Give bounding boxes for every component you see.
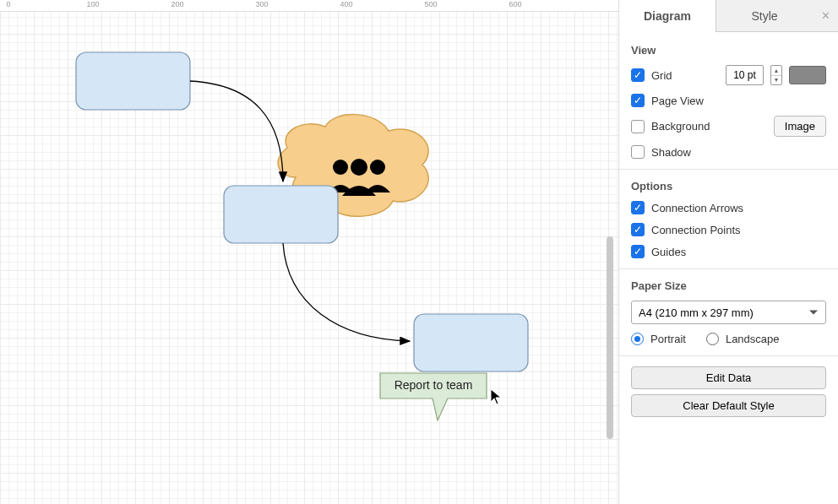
- section-options-title: Options: [631, 180, 826, 192]
- stepper-down-icon[interactable]: ▼: [771, 76, 781, 85]
- svg-point-0: [333, 160, 348, 175]
- divider: [619, 268, 838, 269]
- section-paper-title: Paper Size: [631, 279, 826, 292]
- tabs: Diagram Style ✕: [619, 0, 838, 32]
- edge-1[interactable]: [190, 81, 283, 182]
- ruler-tick: 600: [509, 0, 521, 8]
- pageview-checkbox[interactable]: [631, 94, 645, 107]
- section-view-title: View: [631, 44, 826, 57]
- ruler-tick: 300: [255, 0, 268, 8]
- ruler-top: 0 100 200 300 400 500 600: [0, 0, 618, 12]
- tab-style[interactable]: Style: [716, 0, 813, 32]
- shadow-checkbox[interactable]: [631, 145, 645, 159]
- grid-color-swatch[interactable]: [789, 66, 826, 84]
- grid-label: Grid: [651, 69, 672, 82]
- divider: [619, 169, 838, 170]
- grid-size-input[interactable]: [726, 65, 764, 85]
- edit-data-button[interactable]: Edit Data: [631, 366, 826, 389]
- grid-stepper[interactable]: ▲ ▼: [770, 65, 782, 85]
- node-rect-1[interactable]: [76, 52, 190, 110]
- portrait-label: Portrait: [650, 333, 686, 345]
- node-rect-2[interactable]: [224, 186, 338, 243]
- sidebar-panel: Diagram Style ✕ View Grid ▲ ▼ Page View …: [618, 0, 838, 504]
- conn-arrows-checkbox[interactable]: [631, 201, 645, 214]
- callout-shape[interactable]: Report to team: [380, 373, 487, 420]
- landscape-radio[interactable]: [706, 333, 719, 345]
- background-checkbox[interactable]: [631, 120, 645, 133]
- portrait-radio[interactable]: [631, 333, 644, 345]
- ruler-tick: 500: [424, 0, 437, 8]
- conn-points-label: Connection Points: [651, 224, 741, 236]
- image-button[interactable]: Image: [774, 116, 826, 137]
- svg-point-1: [351, 159, 367, 176]
- clear-style-button[interactable]: Clear Default Style: [631, 394, 826, 417]
- shadow-label: Shadow: [651, 146, 691, 159]
- diagram-svg: Report to team: [0, 0, 618, 504]
- guides-checkbox[interactable]: [631, 245, 645, 258]
- svg-point-2: [370, 160, 385, 175]
- pageview-label: Page View: [651, 95, 704, 107]
- canvas-area[interactable]: 0 100 200 300 400 500 600: [0, 0, 618, 504]
- conn-points-checkbox[interactable]: [631, 223, 645, 236]
- tab-diagram[interactable]: Diagram: [619, 0, 716, 32]
- close-icon[interactable]: ✕: [813, 0, 838, 32]
- ruler-tick: 400: [340, 0, 352, 8]
- stepper-up-icon[interactable]: ▲: [771, 66, 781, 76]
- edge-2[interactable]: [283, 243, 410, 341]
- callout-text: Report to team: [395, 378, 473, 392]
- grid-checkbox[interactable]: [631, 68, 645, 82]
- divider: [619, 355, 838, 356]
- paper-size-select[interactable]: A4 (210 mm x 297 mm): [631, 301, 826, 324]
- background-label: Background: [651, 120, 710, 133]
- conn-arrows-label: Connection Arrows: [651, 202, 743, 214]
- guides-label: Guides: [651, 246, 686, 258]
- ruler-tick: 100: [86, 0, 99, 8]
- landscape-label: Landscape: [726, 333, 780, 345]
- node-rect-3[interactable]: [414, 314, 528, 371]
- ruler-tick: 0: [6, 0, 10, 8]
- ruler-tick: 200: [171, 0, 183, 8]
